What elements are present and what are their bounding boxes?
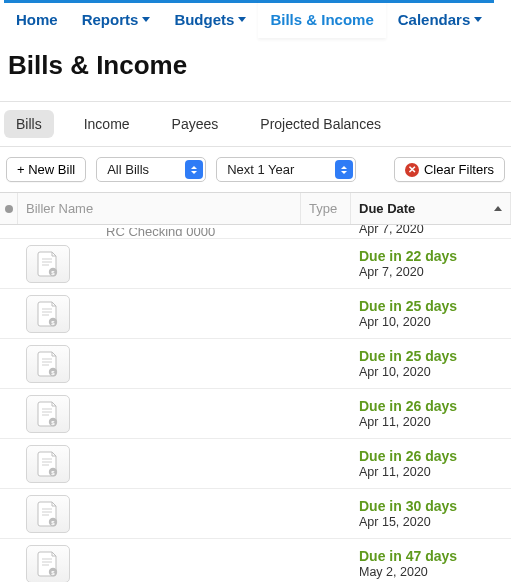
table-body: $Due in 22 daysApr 7, 2020$Due in 25 day…: [0, 239, 511, 582]
nav-item-reports[interactable]: Reports: [70, 0, 163, 38]
bill-icon: $: [26, 295, 70, 333]
due-in-label: Due in 47 days: [359, 548, 503, 564]
biller-name-fragment: RC Checking 0000: [106, 228, 215, 236]
clear-filters-label: Clear Filters: [424, 162, 494, 177]
bill-icon: $: [26, 545, 70, 583]
stepper-icon: [185, 160, 203, 179]
bill-icon: $: [26, 345, 70, 383]
due-date: Apr 7, 2020: [359, 265, 503, 279]
tab-projected-balances[interactable]: Projected Balances: [248, 110, 393, 138]
due-in-label: Due in 26 days: [359, 448, 503, 464]
table-row[interactable]: $Due in 25 daysApr 10, 2020: [0, 289, 511, 339]
new-bill-button[interactable]: + New Bill: [6, 157, 86, 182]
new-bill-label: + New Bill: [17, 162, 75, 177]
nav-item-budgets[interactable]: Budgets: [162, 0, 258, 38]
table-row[interactable]: $Due in 22 daysApr 7, 2020: [0, 239, 511, 289]
clear-icon: ✕: [405, 163, 419, 177]
column-biller-name[interactable]: Biller Name: [18, 193, 301, 224]
due-date: Apr 10, 2020: [359, 365, 503, 379]
column-type[interactable]: Type: [301, 193, 351, 224]
dot-icon: [5, 205, 13, 213]
sort-asc-icon: [494, 206, 502, 211]
due-date: Apr 11, 2020: [359, 415, 503, 429]
tabs: BillsIncomePayeesProjected Balances: [0, 101, 511, 147]
nav-item-bills-income[interactable]: Bills & Income: [258, 0, 385, 38]
due-date-fragment: Apr 7, 2020: [359, 225, 503, 236]
table-row[interactable]: RC Checking 0000 Apr 7, 2020: [0, 225, 511, 239]
tab-payees[interactable]: Payees: [160, 110, 231, 138]
bill-icon: $: [26, 495, 70, 533]
range-select[interactable]: Next 1 Year: [216, 157, 356, 182]
due-in-label: Due in 30 days: [359, 498, 503, 514]
chevron-down-icon: [474, 17, 482, 22]
top-nav: HomeReportsBudgetsBills & IncomeCalendar…: [0, 0, 511, 38]
due-date: Apr 10, 2020: [359, 315, 503, 329]
column-due-date[interactable]: Due Date: [351, 193, 511, 224]
table-row[interactable]: $Due in 47 daysMay 2, 2020: [0, 539, 511, 582]
due-date: Apr 11, 2020: [359, 465, 503, 479]
scope-select-value: All Bills: [107, 162, 149, 177]
nav-item-calendars[interactable]: Calendars: [386, 0, 495, 38]
chevron-down-icon: [142, 17, 150, 22]
scope-select[interactable]: All Bills: [96, 157, 206, 182]
table-row[interactable]: $Due in 26 daysApr 11, 2020: [0, 439, 511, 489]
stepper-icon: [335, 160, 353, 179]
bill-icon: $: [26, 395, 70, 433]
bill-icon: $: [26, 245, 70, 283]
due-in-label: Due in 25 days: [359, 348, 503, 364]
bill-icon: $: [26, 445, 70, 483]
table-row[interactable]: $Due in 25 daysApr 10, 2020: [0, 339, 511, 389]
table-row[interactable]: $Due in 26 daysApr 11, 2020: [0, 389, 511, 439]
due-in-label: Due in 26 days: [359, 398, 503, 414]
column-status[interactable]: [0, 193, 18, 224]
due-in-label: Due in 25 days: [359, 298, 503, 314]
nav-item-home[interactable]: Home: [4, 0, 70, 38]
due-date: Apr 15, 2020: [359, 515, 503, 529]
table-header: Biller Name Type Due Date: [0, 192, 511, 225]
tab-income[interactable]: Income: [72, 110, 142, 138]
due-in-label: Due in 22 days: [359, 248, 503, 264]
clear-filters-button[interactable]: ✕ Clear Filters: [394, 157, 505, 182]
table-row[interactable]: $Due in 30 daysApr 15, 2020: [0, 489, 511, 539]
chevron-down-icon: [238, 17, 246, 22]
range-select-value: Next 1 Year: [227, 162, 294, 177]
tab-bills[interactable]: Bills: [4, 110, 54, 138]
filter-bar: + New Bill All Bills Next 1 Year ✕ Clear…: [0, 147, 511, 192]
due-date: May 2, 2020: [359, 565, 503, 579]
page-title: Bills & Income: [0, 38, 511, 101]
